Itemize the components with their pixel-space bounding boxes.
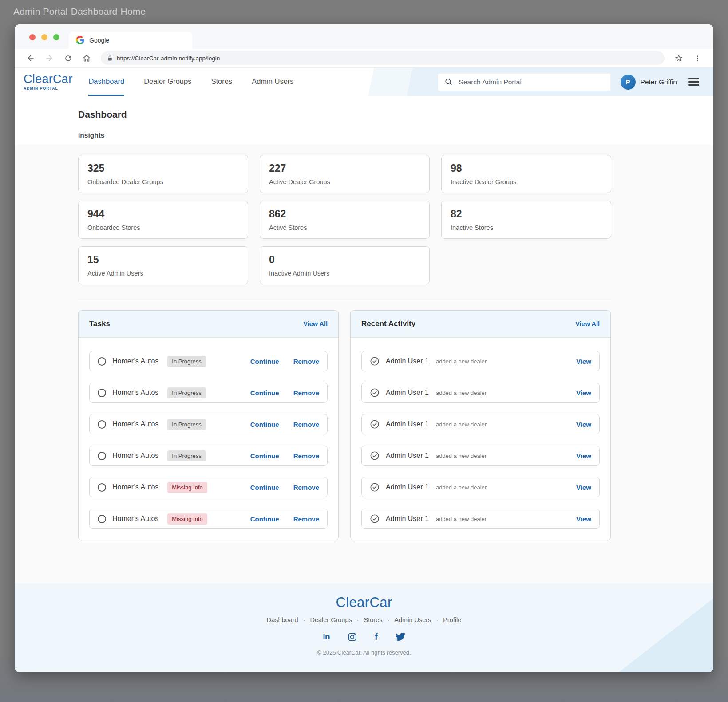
remove-link[interactable]: Remove xyxy=(293,484,319,491)
activity-view-all-link[interactable]: View All xyxy=(575,320,600,327)
view-link[interactable]: View xyxy=(576,484,591,491)
browser-toolbar: https://ClearCar-admin.netlify.app/login xyxy=(15,49,713,68)
page-head: Dashboard Insights xyxy=(15,96,713,145)
browser-menu-kebab-icon[interactable] xyxy=(690,51,704,65)
activity-action: added a new dealer xyxy=(436,516,487,522)
continue-link[interactable]: Continue xyxy=(250,421,279,428)
status-badge: In Progress xyxy=(167,356,206,367)
footer-link-stores[interactable]: Stores xyxy=(364,616,383,623)
insights-heading: Insights xyxy=(78,131,713,139)
view-link[interactable]: View xyxy=(576,358,591,365)
stat-value: 0 xyxy=(269,254,420,266)
maximize-window-button[interactable] xyxy=(53,34,59,40)
activity-user: Admin User 1 xyxy=(386,452,429,460)
twitter-icon[interactable] xyxy=(396,632,405,642)
tasks-panel-header: Tasks View All xyxy=(79,311,338,338)
continue-link[interactable]: Continue xyxy=(250,484,279,491)
hamburger-menu-icon[interactable] xyxy=(687,76,701,87)
social-icons: in f xyxy=(323,632,405,642)
footer-link-dealer-groups[interactable]: Dealer Groups xyxy=(310,616,352,623)
task-row: Homer’s Autos Missing Info Continue Remo… xyxy=(89,509,328,529)
instagram-icon[interactable] xyxy=(348,632,357,642)
stat-value: 15 xyxy=(87,254,239,266)
remove-link[interactable]: Remove xyxy=(293,358,319,365)
reload-button[interactable] xyxy=(61,51,75,65)
nav-item-dashboard[interactable]: Dashboard xyxy=(88,68,124,96)
continue-link[interactable]: Continue xyxy=(250,515,279,523)
nav-item-stores[interactable]: Stores xyxy=(211,68,232,96)
activity-action: added a new dealer xyxy=(436,390,487,396)
minimize-window-button[interactable] xyxy=(41,34,47,40)
recent-activity-title: Recent Activity xyxy=(361,319,415,328)
search-box[interactable] xyxy=(438,73,611,91)
stat-value: 325 xyxy=(87,162,239,174)
footer-separator: · xyxy=(388,616,390,623)
radio-circle-icon[interactable] xyxy=(98,515,106,523)
browser-chrome: Google xyxy=(15,24,713,49)
traffic-lights xyxy=(29,34,59,40)
browser-window: Google https://ClearCar-admin.netlify.ap… xyxy=(15,24,713,672)
remove-link[interactable]: Remove xyxy=(293,389,319,397)
browser-tab[interactable]: Google xyxy=(69,32,192,49)
user-chip[interactable]: P Peter Griffin xyxy=(621,75,677,90)
stat-card-active-dealer-groups: 227 Active Dealer Groups xyxy=(260,155,430,193)
task-name: Homer’s Autos xyxy=(112,389,158,397)
app-footer: ClearCar Dashboard · Dealer Groups · Sto… xyxy=(15,583,713,672)
task-row: Homer’s Autos Missing Info Continue Remo… xyxy=(89,477,328,497)
task-name: Homer’s Autos xyxy=(112,420,158,428)
activity-row: Admin User 1 added a new dealer View xyxy=(361,509,600,529)
tasks-panel: Tasks View All Homer’s Autos In Progress… xyxy=(78,310,339,540)
avatar: P xyxy=(621,75,636,90)
stat-label: Inactive Stores xyxy=(451,224,602,231)
view-link[interactable]: View xyxy=(576,515,591,523)
stat-card-inactive-stores: 82 Inactive Stores xyxy=(441,201,611,239)
task-row: Homer’s Autos In Progress Continue Remov… xyxy=(89,351,328,371)
stat-value: 862 xyxy=(269,208,420,220)
view-link[interactable]: View xyxy=(576,389,591,397)
status-badge: In Progress xyxy=(167,419,206,430)
os-window-title: Admin Portal-Dashboard-Home xyxy=(0,0,728,17)
footer-link-admin-users[interactable]: Admin Users xyxy=(394,616,431,623)
radio-circle-icon[interactable] xyxy=(98,357,106,366)
continue-link[interactable]: Continue xyxy=(250,358,279,365)
search-input[interactable] xyxy=(458,78,604,87)
activity-row: Admin User 1 added a new dealer View xyxy=(361,351,600,371)
search-icon xyxy=(444,78,453,86)
bookmark-star-icon[interactable] xyxy=(672,51,686,65)
remove-link[interactable]: Remove xyxy=(293,452,319,460)
main-nav: Dashboard Dealer Groups Stores Admin Use… xyxy=(88,68,293,96)
remove-link[interactable]: Remove xyxy=(293,515,319,523)
radio-circle-icon[interactable] xyxy=(98,420,106,429)
check-circle-icon xyxy=(370,482,380,492)
forward-button[interactable] xyxy=(42,51,56,65)
footer-link-profile[interactable]: Profile xyxy=(443,616,461,623)
nav-item-admin-users[interactable]: Admin Users xyxy=(252,68,293,96)
stat-label: Active Dealer Groups xyxy=(269,178,420,185)
task-name: Homer’s Autos xyxy=(112,515,158,523)
stat-value: 944 xyxy=(87,208,239,220)
address-bar[interactable]: https://ClearCar-admin.netlify.app/login xyxy=(101,51,665,65)
tasks-view-all-link[interactable]: View All xyxy=(303,320,328,327)
footer-link-dashboard[interactable]: Dashboard xyxy=(267,616,298,623)
user-name: Peter Griffin xyxy=(641,78,677,86)
nav-item-dealer-groups[interactable]: Dealer Groups xyxy=(144,68,191,96)
view-link[interactable]: View xyxy=(576,421,591,428)
task-row: Homer’s Autos In Progress Continue Remov… xyxy=(89,446,328,466)
continue-link[interactable]: Continue xyxy=(250,389,279,397)
radio-circle-icon[interactable] xyxy=(98,389,106,397)
continue-link[interactable]: Continue xyxy=(250,452,279,460)
activity-action: added a new dealer xyxy=(436,484,487,491)
close-window-button[interactable] xyxy=(29,34,36,40)
clearcar-logo[interactable]: ClearCar ADMIN PORTAL xyxy=(24,73,72,91)
facebook-icon[interactable]: f xyxy=(375,632,378,642)
radio-circle-icon[interactable] xyxy=(98,483,106,492)
linkedin-icon[interactable]: in xyxy=(323,632,330,642)
task-name: Homer’s Autos xyxy=(112,357,158,365)
radio-circle-icon[interactable] xyxy=(98,452,106,460)
check-circle-icon xyxy=(370,356,380,366)
remove-link[interactable]: Remove xyxy=(293,421,319,428)
home-button[interactable] xyxy=(79,51,94,65)
view-link[interactable]: View xyxy=(576,452,591,460)
section-divider xyxy=(78,299,611,299)
back-button[interactable] xyxy=(24,51,38,65)
